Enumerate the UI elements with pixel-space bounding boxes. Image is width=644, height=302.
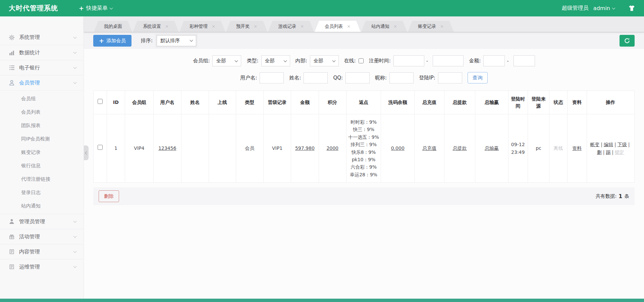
tab-my-desktop[interactable]: 我的桌面 (94, 21, 132, 32)
close-icon[interactable]: × (347, 24, 351, 28)
total-deposit-link[interactable]: 总充值 (422, 145, 436, 151)
close-icon[interactable]: × (300, 24, 304, 28)
sidebar-item-login-log[interactable]: 登录日志 (0, 186, 84, 199)
sidebar-item-account-changes[interactable]: 账变记录 (0, 145, 84, 159)
action-kick-link[interactable]: 踢 (606, 149, 610, 155)
tab-system-settings[interactable]: 系统设置 × (133, 21, 179, 32)
name-label: 姓名: (289, 75, 301, 81)
total-info: 共有数据: 1 条 (595, 193, 629, 199)
sidebar-item-bank-info[interactable]: 银行信息 (0, 159, 84, 172)
total-count: 1 (619, 193, 622, 199)
user-menu-button[interactable]: admin (593, 5, 615, 11)
sidebar-item-member-groups[interactable]: 会员组 (0, 92, 84, 105)
amount-from-input[interactable] (483, 55, 505, 66)
select-all-checkbox[interactable] (98, 99, 103, 104)
nickname-input[interactable] (389, 72, 414, 83)
reg-time-to-input[interactable] (433, 55, 464, 66)
tab-account-changes[interactable]: 账变记录 × (408, 21, 454, 32)
internal-select[interactable]: 全部 (310, 55, 339, 66)
tab-label: 账变记录 (418, 23, 436, 29)
tab-game-records[interactable]: 游戏记录 × (268, 21, 314, 32)
header-status: 状态 (549, 91, 567, 114)
sidebar-item-site-notice[interactable]: 站内通知 (0, 199, 84, 213)
app-title: 大时代管理系统 (9, 4, 58, 13)
delete-button[interactable]: 删除 (99, 190, 119, 202)
chevron-down-icon (73, 51, 77, 54)
action-account-change-link[interactable]: 帐变 (590, 142, 599, 147)
sidebar-item-operations[interactable]: 运维管理 (0, 259, 84, 274)
sort-select[interactable]: 默认排序 (157, 35, 196, 46)
member-group-select[interactable]: 全部 (212, 55, 241, 66)
action-lock-link[interactable]: 锁定 (615, 149, 624, 155)
total-unit: 条 (625, 193, 630, 199)
close-icon[interactable]: × (165, 24, 169, 28)
tab-member-list[interactable]: 会员列表 × (315, 21, 361, 32)
qq-label: QQ: (333, 75, 343, 81)
chevron-down-icon (73, 235, 77, 238)
points-link[interactable]: 2000 (326, 145, 338, 151)
sidebar-item-team-report[interactable]: 团队报表 (0, 119, 84, 132)
sidebar-item-same-ip-check[interactable]: 同IP会员检测 (0, 132, 84, 145)
sidebar-item-statistics[interactable]: 数据统计 (0, 45, 84, 60)
tab-pre-draw[interactable]: 预开奖 × (226, 21, 267, 32)
sidebar-item-contents[interactable]: 内容管理 (0, 244, 84, 259)
action-edit-link[interactable]: 编辑 (604, 142, 613, 147)
tab-lottery-management[interactable]: 彩种管理 × (179, 21, 225, 32)
amount-link[interactable]: 597.980 (295, 145, 315, 151)
qq-input[interactable] (345, 72, 370, 83)
admin-user-icon (9, 219, 15, 225)
close-icon[interactable]: × (254, 24, 257, 28)
type-select[interactable]: 全部 (261, 55, 290, 66)
total-winloss-link[interactable]: 总输赢 (485, 145, 499, 151)
total-label: 共有数据: (595, 193, 616, 199)
close-icon[interactable]: × (393, 24, 397, 28)
header-total-deposit: 总充值 (415, 91, 444, 114)
sidebar-item-admins[interactable]: 管理员管理 (0, 214, 84, 229)
table-header-row: ID 会员组 用户名 姓名 上线 类型 晋级记录 金额 积分 返点 洗码余额 总… (94, 91, 635, 114)
theme-shirt-icon[interactable] (628, 5, 635, 12)
add-member-button[interactable]: + 添加会员 (93, 35, 131, 47)
action-subordinates-link[interactable]: 下级 (618, 142, 627, 147)
name-input[interactable] (304, 72, 328, 83)
chevron-left-icon (85, 151, 89, 155)
username-input[interactable] (260, 72, 284, 83)
amount-to-input[interactable] (514, 55, 535, 66)
username-link[interactable]: 123456 (158, 145, 176, 151)
tabbar: 我的桌面 系统设置 × 彩种管理 × 预开奖 × 游戏记录 × 会员列表 × (84, 16, 644, 32)
sidebar-collapse-handle[interactable] (84, 145, 89, 160)
sidebar-item-ebank[interactable]: 电子银行 (0, 60, 84, 75)
sidebar-item-members[interactable]: 会员管理 (0, 75, 84, 90)
wash-balance-link[interactable]: 0.000 (391, 145, 405, 151)
cell-promotion: VIP1 (263, 114, 291, 183)
reg-time-from-input[interactable] (393, 55, 424, 66)
login-ip-input[interactable] (438, 72, 462, 83)
plus-icon: + (99, 37, 104, 44)
cell-name (181, 114, 209, 183)
search-button[interactable]: 查询 (468, 72, 488, 83)
refresh-icon (624, 38, 630, 44)
header-total-withdraw: 总提款 (444, 91, 475, 114)
close-icon[interactable]: × (440, 24, 444, 28)
sidebar-item-label: 运维管理 (19, 263, 40, 270)
chevron-down-icon (283, 59, 287, 62)
quick-menu-button[interactable]: + 快捷菜单 (79, 5, 112, 12)
sidebar-item-system[interactable]: 系统管理 (0, 30, 84, 45)
close-icon[interactable]: × (212, 24, 215, 28)
cell-actions: 帐变|编辑|下级|删|踢|锁定 (587, 114, 634, 183)
sidebar-item-agent-reg-link[interactable]: 代理注册链接 (0, 172, 84, 186)
reg-time-label: 注册时间: (369, 58, 391, 64)
tab-site-notice[interactable]: 站内通知 × (361, 21, 407, 32)
refresh-button[interactable] (620, 35, 635, 47)
rebate-line: 六合彩 : 9% (348, 163, 379, 171)
profile-link[interactable]: 资料 (572, 145, 582, 151)
sub-item-label: 同IP会员检测 (21, 136, 50, 142)
header-amount: 金额 (291, 91, 319, 114)
row-checkbox[interactable] (98, 145, 103, 150)
sidebar-item-member-list[interactable]: 会员列表 (0, 105, 84, 119)
chevron-down-icon (73, 66, 77, 69)
sidebar-item-activities[interactable]: 活动管理 (0, 229, 84, 244)
action-delete-link[interactable]: 删 (597, 149, 602, 155)
header-upline: 上线 (209, 91, 236, 114)
online-checkbox[interactable] (359, 58, 364, 63)
total-withdraw-link[interactable]: 总提款 (453, 145, 467, 151)
